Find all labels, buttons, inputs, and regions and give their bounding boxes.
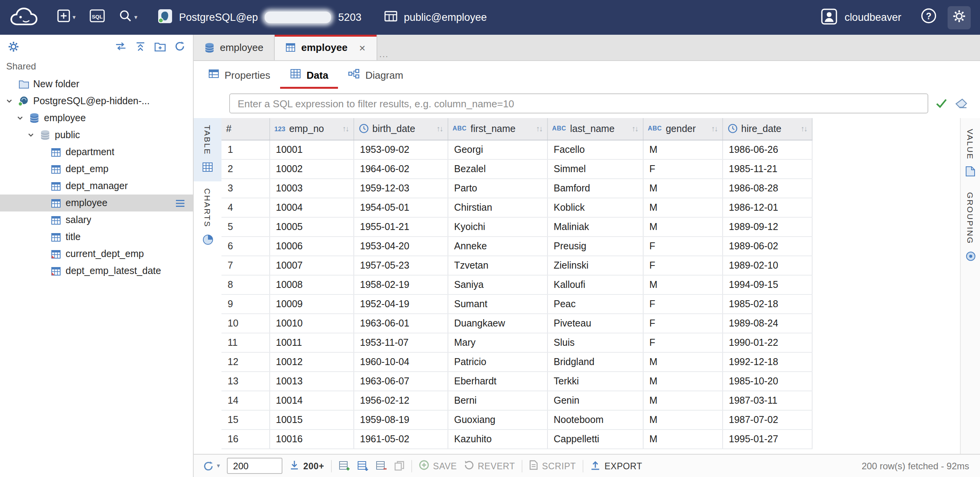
cell[interactable]: 1959-08-19 <box>353 410 448 429</box>
tree-item-employee[interactable]: employee <box>0 195 193 211</box>
cell[interactable]: 1952-04-19 <box>353 294 448 313</box>
cell[interactable]: 10005 <box>269 217 353 236</box>
help-button[interactable]: ? <box>917 6 940 29</box>
column-header-hire_date[interactable]: hire_date↑↓ <box>722 118 812 140</box>
cell[interactable]: 1960-10-04 <box>353 352 448 371</box>
sort-icon[interactable]: ↑↓ <box>536 125 542 133</box>
row-number[interactable]: 8 <box>221 275 269 294</box>
cell[interactable]: 1987-07-02 <box>722 410 812 429</box>
cell[interactable]: M <box>643 410 722 429</box>
row-number[interactable]: 6 <box>221 236 269 255</box>
sort-icon[interactable]: ↑↓ <box>342 125 348 133</box>
tab-overflow-dots[interactable]: ... <box>377 49 392 60</box>
sort-icon[interactable]: ↑↓ <box>632 125 638 133</box>
cell[interactable]: 1954-05-01 <box>353 198 448 217</box>
column-header-emp_no[interactable]: 123emp_no↑↓ <box>269 118 353 140</box>
cell[interactable]: 1953-04-20 <box>353 236 448 255</box>
cell[interactable]: Sluis <box>547 333 643 352</box>
export-button[interactable]: EXPORT <box>591 460 642 472</box>
cell[interactable]: Facello <box>547 140 643 159</box>
row-number[interactable]: 11 <box>221 333 269 352</box>
tree-item-public[interactable]: public <box>0 127 193 144</box>
cell[interactable]: 1985-10-20 <box>722 371 812 391</box>
refresh-tree-icon[interactable] <box>174 41 185 52</box>
tree-item-new-folder[interactable]: New folder <box>0 76 193 93</box>
row-number[interactable]: 5 <box>221 217 269 236</box>
cell[interactable]: 10010 <box>269 313 353 333</box>
apply-filter-check-icon[interactable] <box>935 98 948 109</box>
row-number[interactable]: 15 <box>221 410 269 429</box>
presentation-tab-table[interactable]: TABLE <box>194 118 221 181</box>
cell[interactable]: Eberhardt <box>448 371 547 391</box>
cell[interactable]: 1964-06-02 <box>353 159 448 178</box>
tree-item-dept-emp-latest-date[interactable]: dept_emp_latest_date <box>0 262 193 279</box>
tree-item-salary[interactable]: salary <box>0 211 193 228</box>
cell[interactable]: 10016 <box>269 429 353 448</box>
close-tab-icon[interactable]: × <box>359 42 365 53</box>
cell[interactable]: F <box>643 294 722 313</box>
tree-item-title[interactable]: title <box>0 228 193 245</box>
cell[interactable]: 10012 <box>269 352 353 371</box>
cell[interactable]: 10015 <box>269 410 353 429</box>
tab-employee-table[interactable]: employee × <box>275 35 377 60</box>
presentation-tab-charts[interactable]: CHARTS <box>194 181 221 255</box>
cell[interactable]: Bridgland <box>547 352 643 371</box>
cell[interactable]: Chirstian <box>448 198 547 217</box>
save-button[interactable]: SAVE <box>419 460 457 472</box>
row-number[interactable]: 13 <box>221 371 269 391</box>
cell[interactable]: 10008 <box>269 275 353 294</box>
cell[interactable]: F <box>643 313 722 333</box>
clear-filter-eraser-icon[interactable] <box>955 98 968 109</box>
cell[interactable]: 1955-01-21 <box>353 217 448 236</box>
tree-item-dept-manager[interactable]: dept_manager <box>0 178 193 195</box>
cell[interactable]: 1953-09-02 <box>353 140 448 159</box>
cell[interactable]: Maliniak <box>547 217 643 236</box>
cell[interactable]: 1990-01-22 <box>722 333 812 352</box>
cell[interactable]: M <box>643 352 722 371</box>
cell[interactable]: Tzvetan <box>448 255 547 275</box>
cell[interactable]: M <box>643 140 722 159</box>
cell[interactable]: Zielinski <box>547 255 643 275</box>
tree-item-current-dept-emp[interactable]: current_dept_emp <box>0 245 193 262</box>
column-header-gender[interactable]: ABCgender↑↓ <box>643 118 722 140</box>
cell[interactable]: 10006 <box>269 236 353 255</box>
expand-caret-icon[interactable] <box>5 97 14 105</box>
cell[interactable]: Anneke <box>448 236 547 255</box>
cell[interactable]: Guoxiang <box>448 410 547 429</box>
cell[interactable]: Bezalel <box>448 159 547 178</box>
cell[interactable]: 1956-02-12 <box>353 391 448 410</box>
cell[interactable]: Georgi <box>448 140 547 159</box>
script-button[interactable]: SCRIPT <box>530 460 576 472</box>
cell[interactable]: Terkki <box>547 371 643 391</box>
row-number[interactable]: 3 <box>221 178 269 198</box>
cell[interactable]: Patricio <box>448 352 547 371</box>
cell[interactable]: Nooteboom <box>547 410 643 429</box>
cell[interactable]: F <box>643 255 722 275</box>
cell[interactable]: Kyoichi <box>448 217 547 236</box>
cell[interactable]: 1959-12-03 <box>353 178 448 198</box>
cell[interactable]: Kalloufi <box>547 275 643 294</box>
duplicate-row-icon[interactable] <box>357 461 369 471</box>
user-menu[interactable]: cloudbeaver <box>821 8 901 27</box>
cell[interactable]: 1957-05-23 <box>353 255 448 275</box>
cell[interactable]: Duangkaew <box>448 313 547 333</box>
sort-icon[interactable]: ↑↓ <box>711 125 717 133</box>
cell[interactable]: 1963-06-01 <box>353 313 448 333</box>
tab-employee-database[interactable]: employee <box>194 35 275 60</box>
row-number[interactable]: 7 <box>221 255 269 275</box>
cell[interactable]: 1986-06-26 <box>722 140 812 159</box>
cell[interactable]: 1987-03-11 <box>722 391 812 410</box>
cell[interactable]: M <box>643 178 722 198</box>
cell[interactable]: 1995-01-27 <box>722 429 812 448</box>
cell[interactable]: Mary <box>448 333 547 352</box>
sql-filter-input[interactable] <box>229 93 928 113</box>
cell[interactable]: 10013 <box>269 371 353 391</box>
tab-properties[interactable]: Properties <box>198 61 280 89</box>
row-number[interactable]: 4 <box>221 198 269 217</box>
cell[interactable]: 1985-02-18 <box>722 294 812 313</box>
cell[interactable]: 1963-06-07 <box>353 371 448 391</box>
cell[interactable]: Koblick <box>547 198 643 217</box>
column-header-first_name[interactable]: ABCfirst_name↑↓ <box>448 118 547 140</box>
sidebar-settings-gear-icon[interactable] <box>8 41 19 52</box>
row-number[interactable]: 14 <box>221 391 269 410</box>
